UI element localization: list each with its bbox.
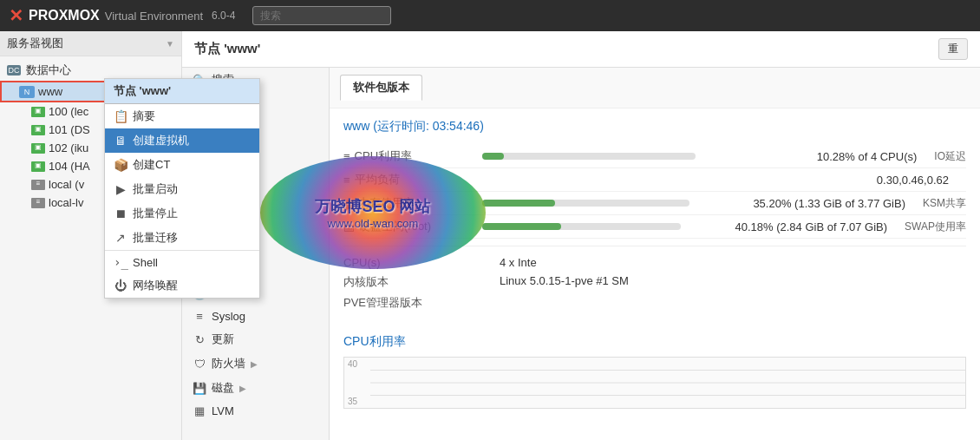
ctx-label-bulk-stop: 批量停止: [133, 206, 178, 221]
bulk-stop-icon: ⏹: [114, 207, 127, 220]
mem-label: ▦ 内存使用率: [343, 195, 474, 211]
ctx-label-shell: Shell: [133, 256, 158, 269]
disk-nav-icon: 💾: [193, 382, 206, 395]
server-view-selector[interactable]: 服务器视图 ▼: [0, 31, 181, 56]
chart-title: CPU利用率: [343, 334, 966, 350]
disk-bar-container: [482, 223, 681, 230]
info-kernel-value: Linux 5.0.15-1-pve #1 SM: [500, 274, 629, 290]
io-delay-label: IO延迟: [934, 149, 966, 164]
vm-icon-104: ▣: [31, 161, 45, 172]
syslog-nav-icon: ≡: [193, 310, 206, 323]
ctx-item-summary[interactable]: 📋 摘要: [105, 104, 259, 128]
node-icon: N: [19, 86, 35, 98]
cpu-bar: [482, 153, 504, 160]
swap-label: SWAP使用率: [905, 220, 966, 234]
reload-button[interactable]: 重: [938, 38, 968, 60]
chart-yaxis: 40 35: [344, 358, 361, 408]
info-cpu-value: 4 x Inte: [500, 256, 537, 269]
tree-label-vm102: 102 (iku: [49, 141, 88, 154]
tree-label-datacenter: 数据中心: [26, 62, 71, 78]
info-kernel-label: 内核版本: [343, 274, 500, 290]
nav-item-syslog[interactable]: ≡ Syslog: [182, 305, 329, 327]
disk-metric-icon: 🖴: [343, 220, 355, 233]
disk-arrow-icon: ▶: [239, 384, 246, 393]
ctx-item-wake[interactable]: ⏻ 网络唤醒: [105, 273, 259, 298]
bulk-migrate-icon: ↗: [114, 231, 127, 245]
info-cpu-label: CPU(s): [343, 256, 500, 269]
chart-area: 40 35: [343, 357, 966, 409]
ctx-item-bulk-migrate[interactable]: ↗ 批量迁移: [105, 226, 259, 250]
ctx-label-bulk-start: 批量启动: [133, 181, 178, 197]
ctx-item-create-vm[interactable]: 🖥 创建虚拟机: [105, 128, 259, 153]
cpu-bar-container: [482, 153, 696, 160]
nav-item-disk[interactable]: 💾 磁盘 ▶: [182, 376, 329, 400]
metric-row-load: ≡ 平均负荷 0.30,0.46,0.62: [343, 168, 966, 192]
info-pve-label: PVE管理器版本: [343, 295, 500, 311]
context-menu: 节点 'www' 📋 摘要 🖥 创建虚拟机 📦 创建CT ▶ 批量启动 ⏹ 批量…: [104, 78, 260, 299]
status-section: www (运行时间: 03:54:46) ≡ CPU利用率 10.28% of …: [330, 108, 980, 324]
create-vm-icon: 🖥: [114, 134, 127, 148]
cpu-icon: ≡: [343, 150, 350, 163]
proxmox-logo: PROXMOX: [29, 8, 100, 23]
nav-item-lvm[interactable]: ▦ LVM: [182, 400, 329, 422]
load-value: 0.30,0.46,0.62: [711, 174, 966, 187]
logo-area: ✕ PROXMOX Virtual Environment 6.0-4: [9, 5, 235, 26]
chart-section: CPU利用率 40 35: [330, 324, 980, 419]
datacenter-icon: DC: [7, 65, 21, 76]
content-header: 节点 'www' 重: [182, 31, 980, 68]
mem-value: 35.20% (1.33 GiB of 3.77 GiB): [698, 197, 923, 210]
vm-icon-101: ▣: [31, 125, 45, 135]
vm-icon-102: ▣: [31, 143, 45, 154]
metric-row-cpu: ≡ CPU利用率 10.28% of 4 CPU(s) IO延迟: [343, 145, 966, 168]
mem-icon: ▦: [343, 197, 354, 210]
ctx-item-create-ct[interactable]: 📦 创建CT: [105, 153, 259, 177]
cpu-label: ≡ CPU利用率: [343, 148, 474, 164]
nav-label-firewall: 防火墙: [212, 356, 245, 371]
create-ct-icon: 📦: [114, 158, 127, 172]
disk-value: 40.18% (2.84 GiB of 7.07 GiB): [689, 220, 905, 233]
ctx-label-create-ct: 创建CT: [133, 157, 170, 173]
update-nav-icon: ↻: [193, 333, 206, 346]
vm-icon-100: ▣: [31, 107, 45, 117]
tree-label-vm104: 104 (HA: [49, 160, 90, 173]
topbar: ✕ PROXMOX Virtual Environment 6.0-4: [0, 0, 980, 31]
info-row-kernel: 内核版本 Linux 5.0.15-1-pve #1 SM: [343, 272, 966, 292]
shell-icon: ›_: [114, 255, 127, 269]
cpu-value: 10.28% of 4 CPU(s): [704, 150, 935, 163]
ctx-item-bulk-start[interactable]: ▶ 批量启动: [105, 177, 259, 201]
mem-bar: [482, 200, 555, 207]
nav-item-firewall[interactable]: 🛡 防火墙 ▶: [182, 351, 329, 376]
info-row-cpu: CPU(s) 4 x Inte: [343, 253, 966, 272]
tree-label-local-lv: local-lv: [49, 196, 83, 209]
ctx-item-shell[interactable]: ›_ Shell: [105, 250, 259, 273]
tree-label-www: www: [38, 85, 62, 98]
mem-bar-container: [482, 200, 689, 207]
ctx-item-bulk-stop[interactable]: ⏹ 批量停止: [105, 201, 259, 226]
y-label-35: 35: [348, 397, 357, 406]
search-input[interactable]: [252, 6, 391, 25]
y-label-40: 40: [348, 359, 357, 369]
content-body: 🔍 搜索 📋 摘要 📝 注 ›_ Shell ⚙ 系统: [182, 68, 980, 440]
content-area: 节点 'www' 重 🔍 搜索 📋 摘要 📝 注 ›_: [182, 31, 980, 440]
tab-bar: 软件包版本: [330, 68, 980, 108]
tree-label-vm101: 101 (DS: [49, 123, 90, 136]
ve-label: Virtual Environment: [105, 10, 203, 23]
ctx-label-wake: 网络唤醒: [133, 278, 178, 293]
proxmox-x-icon: ✕: [9, 5, 23, 26]
firewall-arrow-icon: ▶: [251, 359, 258, 369]
main-layout: 服务器视图 ▼ DC 数据中心 N www ▣ 100 (lec ▣ 101 (…: [0, 31, 980, 440]
wake-icon: ⏻: [114, 279, 127, 292]
info-row-pve: PVE管理器版本: [343, 292, 966, 313]
software-tab[interactable]: 软件包版本: [340, 75, 422, 101]
ctx-label-summary: 摘要: [133, 108, 155, 124]
tree-label-local: local (v: [49, 178, 84, 191]
nav-label-syslog: Syslog: [212, 310, 245, 323]
metric-row-disk: 🖴 硬盘空间(root) 40.18% (2.84 GiB of 7.07 Gi…: [343, 215, 966, 239]
server-view-label: 服务器视图: [7, 36, 63, 51]
ksm-label: KSM共享: [923, 196, 966, 211]
metric-row-memory: ▦ 内存使用率 35.20% (1.33 GiB of 3.77 GiB) KS…: [343, 192, 966, 215]
nav-item-update[interactable]: ↻ 更新: [182, 327, 329, 351]
storage-icon-local: ≡: [31, 180, 45, 190]
right-panel: 软件包版本 www (运行时间: 03:54:46) ≡ CPU利用率 10.2…: [330, 68, 980, 440]
nav-label-lvm: LVM: [212, 404, 234, 417]
